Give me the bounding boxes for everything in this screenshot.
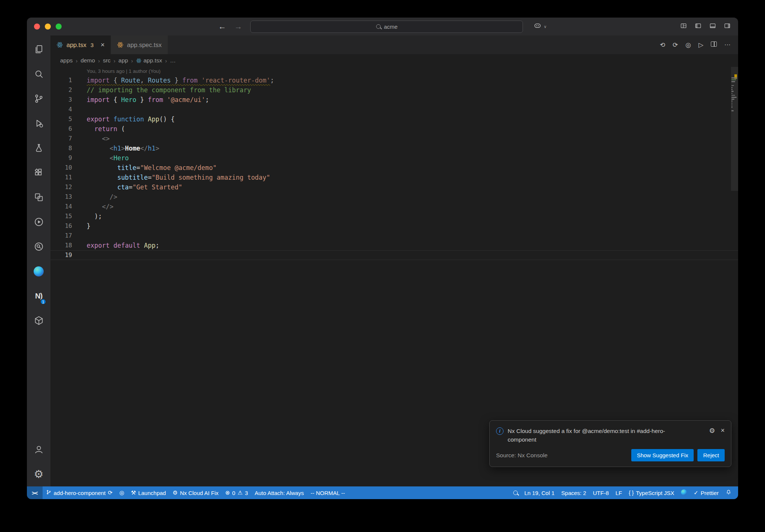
code-line-8[interactable]: 8 <h1>Home</h1> bbox=[50, 143, 738, 153]
status-launchpad[interactable]: ⚒Launchpad bbox=[127, 486, 169, 499]
run-target-icon[interactable]: ◎ bbox=[685, 41, 691, 49]
toggle-panel-icon[interactable] bbox=[709, 22, 716, 31]
close-window-button[interactable] bbox=[34, 24, 40, 30]
notification-settings-icon[interactable]: ⚙ bbox=[709, 427, 715, 435]
status-gitlens[interactable]: ◎ bbox=[116, 486, 127, 499]
activity-run-and-debug-icon[interactable] bbox=[27, 111, 50, 136]
activity-settings-icon[interactable]: ⚙ bbox=[27, 462, 50, 486]
line-number[interactable]: 2 bbox=[50, 85, 72, 95]
open-next-change-icon[interactable]: ⟳ bbox=[673, 41, 678, 49]
status-notifications-bell[interactable] bbox=[722, 486, 735, 499]
code-line-3[interactable]: 3import { Hero } from '@acme/ui'; bbox=[50, 95, 738, 105]
line-number[interactable]: 7 bbox=[50, 134, 72, 143]
activity-run-target-icon[interactable] bbox=[27, 210, 50, 234]
line-number[interactable]: 6 bbox=[50, 124, 72, 134]
line-number[interactable]: 18 bbox=[50, 241, 72, 250]
code-line-19[interactable]: 19 bbox=[50, 250, 738, 260]
code-line-16[interactable]: 16} bbox=[50, 221, 738, 231]
line-number[interactable]: 5 bbox=[50, 114, 72, 124]
activity-edge-browser-icon[interactable] bbox=[27, 259, 50, 284]
split-editor-icon[interactable] bbox=[711, 41, 717, 49]
code-line-13[interactable]: 13 /> bbox=[50, 192, 738, 202]
line-number[interactable]: 3 bbox=[50, 95, 72, 105]
code-line-7[interactable]: 7 <> bbox=[50, 134, 738, 143]
code-line-11[interactable]: 11 subtitle="Build something amazing tod… bbox=[50, 173, 738, 182]
line-number[interactable]: 13 bbox=[50, 192, 72, 202]
code-line-17[interactable]: 17 bbox=[50, 231, 738, 241]
line-number[interactable]: 17 bbox=[50, 231, 72, 241]
navigate-back-icon[interactable]: ← bbox=[218, 22, 226, 31]
line-number[interactable]: 15 bbox=[50, 211, 72, 221]
line-number[interactable]: 8 bbox=[50, 143, 72, 153]
line-number[interactable]: 12 bbox=[50, 182, 72, 192]
activity-testing-icon[interactable] bbox=[27, 136, 50, 160]
breadcrumb-item-demo[interactable]: demo bbox=[81, 57, 95, 64]
status-nx-cloud-ai-fix[interactable]: ⚙Nx Cloud AI Fix bbox=[169, 486, 222, 499]
activity-explorer-icon[interactable] bbox=[27, 37, 50, 62]
more-actions-icon[interactable]: ··· bbox=[724, 41, 731, 49]
code-line-9[interactable]: 9 <Hero bbox=[50, 153, 738, 163]
code-line-18[interactable]: 18export default App; bbox=[50, 241, 738, 250]
code-line-4[interactable]: 4 bbox=[50, 105, 738, 114]
breadcrumb-item-app.tsx[interactable]: app.tsx bbox=[136, 57, 162, 64]
run-file-icon[interactable]: ▷ bbox=[699, 41, 703, 49]
show-suggested-fix-button[interactable]: Show Suggested Fix bbox=[631, 449, 694, 461]
status-encoding[interactable]: UTF-8 bbox=[589, 486, 612, 499]
tab-app.tsx[interactable]: app.tsx3× bbox=[50, 35, 111, 54]
line-number[interactable]: 10 bbox=[50, 163, 72, 173]
breadcrumb-item-…[interactable]: … bbox=[170, 57, 176, 64]
status-formatter[interactable]: ✓Prettier bbox=[690, 486, 722, 499]
status-eol[interactable]: LF bbox=[612, 486, 626, 499]
breadcrumb-item-app[interactable]: app bbox=[118, 57, 128, 64]
activity-remote-explorer-icon[interactable] bbox=[27, 185, 50, 210]
line-number[interactable]: 4 bbox=[50, 105, 72, 114]
status-git-branch[interactable]: add-hero-component⟳ bbox=[43, 486, 116, 499]
status-indentation[interactable]: Spaces: 2 bbox=[558, 486, 590, 499]
status-search-toggle[interactable] bbox=[510, 486, 521, 499]
status-auto-attach[interactable]: Auto Attach: Always bbox=[251, 486, 307, 499]
code-line-6[interactable]: 6 return ( bbox=[50, 124, 738, 134]
breadcrumb-item-src[interactable]: src bbox=[103, 57, 111, 64]
minimize-window-button[interactable] bbox=[45, 24, 51, 30]
activity-source-control-icon[interactable] bbox=[27, 86, 50, 111]
status-language-mode[interactable]: { }TypeScript JSX bbox=[625, 486, 678, 499]
line-number[interactable]: 9 bbox=[50, 153, 72, 163]
tab-close-icon[interactable]: × bbox=[101, 41, 105, 48]
breadcrumb-item-apps[interactable]: apps bbox=[60, 57, 73, 64]
zoom-window-button[interactable] bbox=[56, 24, 62, 30]
line-number[interactable]: 1 bbox=[50, 75, 72, 85]
line-number[interactable]: 14 bbox=[50, 202, 72, 211]
activity-extensions-icon[interactable] bbox=[27, 160, 50, 185]
toggle-primary-sidebar-icon[interactable] bbox=[694, 22, 702, 31]
status-vim-mode[interactable]: -- NORMAL -- bbox=[307, 486, 348, 499]
status-cursor-position[interactable]: Ln 19, Col 1 bbox=[521, 486, 558, 499]
status-problems[interactable]: ⊗0⚠3 bbox=[222, 486, 251, 499]
command-center-search[interactable]: acme bbox=[250, 21, 523, 33]
activity-nx-console-icon[interactable]: N)1 bbox=[27, 284, 50, 308]
tab-app.spec.tsx[interactable]: app.spec.tsx bbox=[111, 35, 168, 54]
code-line-12[interactable]: 12 cta="Get Started" bbox=[50, 182, 738, 192]
open-previous-change-icon[interactable]: ⟲ bbox=[660, 41, 665, 49]
code-line-2[interactable]: 2// importing the component from the lib… bbox=[50, 85, 738, 95]
reject-button[interactable]: Reject bbox=[697, 449, 725, 461]
code-editor[interactable]: You, 3 hours ago | 1 author (You) 1impor… bbox=[50, 67, 738, 486]
status-remote[interactable]: >< bbox=[27, 486, 43, 499]
activity-dependencies-icon[interactable] bbox=[27, 308, 50, 333]
code-line-5[interactable]: 5export function App() { bbox=[50, 114, 738, 124]
status-edge-tools[interactable] bbox=[678, 486, 690, 499]
toggle-secondary-sidebar-icon[interactable] bbox=[724, 22, 731, 31]
code-line-14[interactable]: 14 </> bbox=[50, 202, 738, 211]
line-number[interactable]: 11 bbox=[50, 173, 72, 182]
code-line-1[interactable]: 1import { Route, Routes } from 'react-ro… bbox=[50, 75, 738, 85]
line-number[interactable]: 19 bbox=[50, 250, 72, 260]
line-number[interactable]: 16 bbox=[50, 221, 72, 231]
notification-close-icon[interactable]: × bbox=[721, 427, 725, 434]
activity-account-icon[interactable] bbox=[27, 437, 50, 462]
navigate-forward-icon[interactable]: → bbox=[234, 22, 242, 31]
code-line-10[interactable]: 10 title="Welcmoe @acme/demo" bbox=[50, 163, 738, 173]
activity-code-inspect-icon[interactable] bbox=[27, 234, 50, 259]
copilot-menu[interactable]: ∨ bbox=[533, 22, 546, 31]
customize-layout-icon[interactable] bbox=[680, 22, 687, 31]
activity-search-icon[interactable] bbox=[27, 62, 50, 86]
code-line-15[interactable]: 15 ); bbox=[50, 211, 738, 221]
